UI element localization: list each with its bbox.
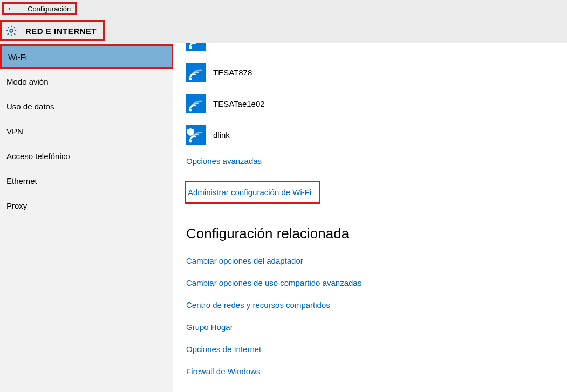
wifi-icon [186, 63, 206, 82]
wifi-icon [186, 43, 206, 51]
link-internet-options[interactable]: Opciones de Internet [186, 345, 567, 354]
section-title: RED E INTERNET [25, 26, 97, 36]
svg-point-3 [189, 109, 192, 112]
back-arrow-icon[interactable]: ← [5, 4, 18, 13]
sidebar-item-label: VPN [6, 127, 23, 136]
link-adapter-options[interactable]: Cambiar opciones del adaptador [186, 256, 567, 265]
sidebar-item-proxy[interactable]: Proxy [0, 193, 173, 218]
gear-icon [4, 23, 19, 38]
sidebar-item-label: Acceso telefónico [6, 152, 70, 161]
link-homegroup[interactable]: Grupo Hogar [186, 322, 567, 332]
network-name: dlink [213, 130, 230, 140]
wifi-secured-icon [186, 125, 206, 145]
section-header: RED E INTERNET [0, 20, 105, 41]
sidebar-item-data-usage[interactable]: Uso de datos [0, 94, 173, 119]
network-row[interactable] [186, 43, 567, 51]
link-network-center[interactable]: Centro de redes y recursos compartidos [186, 300, 567, 310]
sidebar-item-label: Uso de datos [6, 102, 54, 111]
sidebar-item-label: Wi-Fi [8, 52, 27, 61]
network-row[interactable]: TESATae1e02 [186, 94, 567, 113]
sidebar: Wi-Fi Modo avión Uso de datos VPN Acceso… [0, 43, 173, 392]
network-name: TESATae1e02 [213, 99, 265, 108]
link-sharing-options[interactable]: Cambiar opciones de uso compartido avanz… [186, 278, 567, 287]
sidebar-item-airplane[interactable]: Modo avión [0, 69, 173, 94]
back-title-bar[interactable]: ← Configuración [2, 2, 77, 15]
sidebar-item-wifi[interactable]: Wi-Fi [0, 44, 173, 69]
sidebar-item-dialup[interactable]: Acceso telefónico [0, 143, 173, 168]
link-manage-wifi[interactable]: Administrar configuración de Wi-Fi [185, 181, 320, 204]
wifi-icon [186, 94, 206, 113]
svg-point-2 [189, 78, 192, 80]
sidebar-item-label: Modo avión [6, 77, 49, 86]
svg-point-4 [189, 140, 192, 143]
app-title: Configuración [28, 5, 71, 13]
sidebar-item-label: Ethernet [6, 176, 37, 185]
network-name: TESAT878 [213, 68, 252, 77]
sidebar-item-label: Proxy [6, 201, 27, 210]
sidebar-item-ethernet[interactable]: Ethernet [0, 168, 173, 193]
window-header: ← Configuración RED E INTERNET [0, 0, 567, 43]
link-advanced-options[interactable]: Opciones avanzadas [186, 156, 567, 166]
svg-point-0 [10, 29, 13, 32]
network-row[interactable]: TESAT878 [186, 63, 567, 82]
content-panel: TESAT878 TESATae1e02 dlink Opciones avan… [173, 43, 567, 392]
related-heading: Configuración relacionada [186, 225, 567, 242]
sidebar-item-vpn[interactable]: VPN [0, 119, 173, 143]
link-windows-firewall[interactable]: Firewall de Windows [186, 367, 567, 376]
svg-point-1 [189, 46, 192, 49]
network-row[interactable]: dlink [186, 125, 567, 145]
